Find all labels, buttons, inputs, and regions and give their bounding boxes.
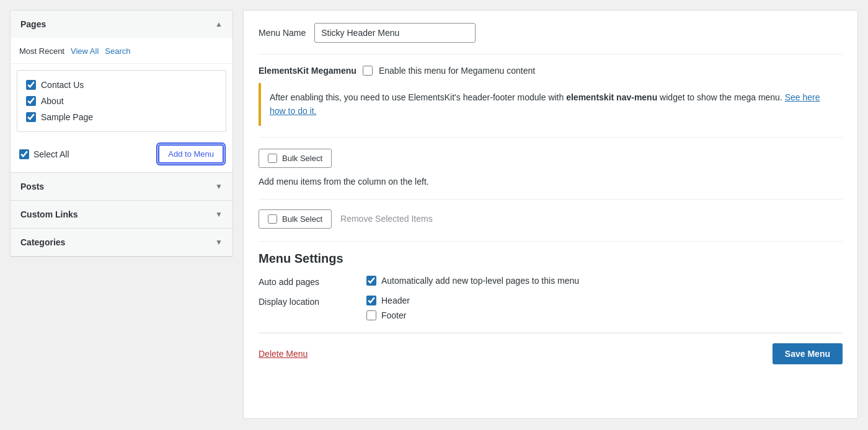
delete-menu-button[interactable]: Delete Menu: [259, 349, 308, 359]
header-location-row: Header: [366, 296, 410, 305]
elementskit-section: ElementsKit Megamenu Enable this menu fo…: [259, 66, 843, 138]
main-footer: Delete Menu Save Menu: [259, 333, 843, 374]
custom-links-title: Custom Links: [20, 209, 78, 219]
menu-settings-section: Menu Settings Auto add pages Automatical…: [259, 241, 843, 320]
footer-location-label[interactable]: Footer: [381, 310, 406, 320]
pages-section: Pages ▲ Most Recent View All Search Cont…: [11, 11, 232, 173]
select-all-label[interactable]: Select All: [33, 149, 69, 159]
select-all-wrap: Select All: [19, 149, 69, 159]
tab-view-all[interactable]: View All: [71, 45, 99, 57]
elementskit-notice-text: After enabling this, you need to use Ele…: [270, 92, 820, 116]
bulk-select-bottom-button[interactable]: Bulk Select: [259, 209, 332, 229]
elementskit-how-to-link[interactable]: See here how to do it.: [270, 92, 820, 116]
bulk-select-top-button[interactable]: Bulk Select: [259, 149, 332, 168]
posts-section-header[interactable]: Posts ▼: [11, 173, 232, 200]
elementskit-nav-menu-bold: elementskit nav-menu: [566, 92, 657, 102]
sidebar: Pages ▲ Most Recent View All Search Cont…: [10, 10, 233, 257]
auto-add-pages-row: Auto add pages Automatically add new top…: [259, 276, 843, 287]
main-content: Menu Name ElementsKit Megamenu Enable th…: [243, 10, 858, 419]
footer-location-row: Footer: [366, 310, 410, 320]
pages-footer: Select All Add to Menu: [11, 138, 232, 172]
categories-section: Categories ▼: [11, 229, 232, 257]
list-item: About: [26, 93, 217, 109]
elementskit-row: ElementsKit Megamenu Enable this menu fo…: [259, 66, 843, 76]
add-menu-items-text: Add menu items from the column on the le…: [259, 177, 843, 186]
bulk-select-bottom-checkbox[interactable]: [268, 214, 277, 224]
menu-settings-title: Menu Settings: [259, 252, 843, 266]
elementskit-enable-checkbox[interactable]: [363, 66, 373, 76]
select-all-checkbox[interactable]: [19, 149, 29, 159]
custom-links-section: Custom Links ▼: [11, 201, 232, 229]
categories-section-header[interactable]: Categories ▼: [11, 229, 232, 256]
sample-page-checkbox[interactable]: [26, 112, 36, 122]
pages-list: Contact Us About Sample Page: [17, 70, 226, 132]
contact-us-label[interactable]: Contact Us: [41, 80, 84, 90]
auto-add-pages-checkbox[interactable]: [366, 276, 376, 286]
pages-tabs: Most Recent View All Search: [11, 38, 232, 64]
pages-section-header[interactable]: Pages ▲: [11, 11, 232, 38]
display-location-controls: Header Footer: [366, 296, 410, 320]
header-location-label[interactable]: Header: [381, 296, 410, 305]
bulk-remove-row: Bulk Select Remove Selected Items: [259, 209, 843, 229]
sample-page-label[interactable]: Sample Page: [41, 112, 93, 122]
list-item: Contact Us: [26, 77, 217, 93]
bulk-select-top-row: Bulk Select: [259, 149, 843, 168]
pages-section-title: Pages: [20, 19, 46, 29]
menu-name-label: Menu Name: [259, 28, 306, 38]
display-location-row: Display location Header Footer: [259, 296, 843, 320]
bulk-select-bottom-label: Bulk Select: [282, 214, 322, 224]
posts-section: Posts ▼: [11, 173, 232, 201]
posts-section-title: Posts: [20, 182, 44, 191]
contact-us-checkbox[interactable]: [26, 80, 36, 90]
menu-name-row: Menu Name: [259, 23, 843, 55]
list-item: Sample Page: [26, 109, 217, 125]
remove-selected-button[interactable]: Remove Selected Items: [340, 214, 433, 224]
display-location-label: Display location: [259, 296, 358, 307]
footer-location-checkbox[interactable]: [366, 310, 376, 320]
auto-add-pages-desc[interactable]: Automatically add new top-level pages to…: [381, 276, 579, 286]
save-menu-button[interactable]: Save Menu: [773, 343, 843, 364]
auto-add-pages-label: Auto add pages: [259, 276, 358, 287]
categories-title: Categories: [20, 237, 65, 247]
posts-chevron-icon: ▼: [215, 182, 223, 191]
tab-most-recent[interactable]: Most Recent: [19, 45, 64, 57]
header-location-checkbox[interactable]: [366, 296, 376, 305]
elementskit-enable-label: Enable this menu for Megamenu content: [379, 66, 535, 76]
elementskit-notice: After enabling this, you need to use Ele…: [259, 83, 843, 126]
tab-search[interactable]: Search: [105, 45, 130, 57]
about-label[interactable]: About: [41, 96, 64, 106]
elementskit-title: ElementsKit Megamenu: [259, 66, 356, 76]
bulk-select-top-checkbox[interactable]: [268, 154, 277, 163]
auto-add-pages-control: Automatically add new top-level pages to…: [366, 276, 579, 286]
menu-items-section: Bulk Select Remove Selected Items: [259, 199, 843, 229]
menu-name-input[interactable]: [314, 23, 476, 43]
add-to-menu-button[interactable]: Add to Menu: [158, 144, 224, 164]
categories-chevron-icon: ▼: [215, 238, 223, 247]
pages-chevron-up-icon: ▲: [215, 20, 223, 29]
custom-links-section-header[interactable]: Custom Links ▼: [11, 201, 232, 228]
bulk-select-top-label: Bulk Select: [282, 154, 322, 163]
about-checkbox[interactable]: [26, 96, 36, 106]
custom-links-chevron-icon: ▼: [215, 210, 223, 219]
